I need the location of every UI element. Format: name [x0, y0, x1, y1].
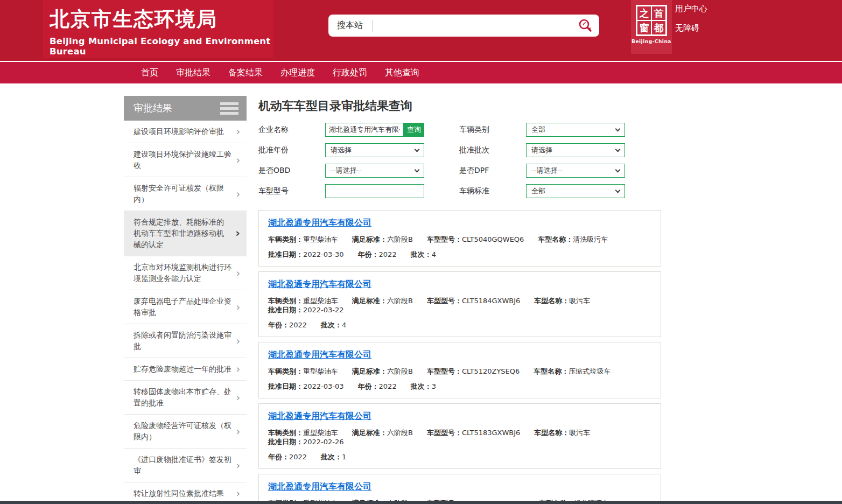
- field-value: 2022-03-03: [303, 382, 344, 390]
- result-detail-line: 车辆类别：重型柴油车满足标准：六阶段B车型型号：CLT5183GXWBJ6车型名…: [268, 428, 651, 446]
- model-number-label: 车型型号: [258, 186, 325, 196]
- result-field: 车型名称：吸污车: [534, 296, 590, 305]
- field-label: 批次：: [411, 382, 432, 390]
- field-value: 压缩式垃圾车: [569, 367, 611, 375]
- field-value: CLT5184GXWBJ6: [462, 297, 520, 305]
- nav-item-home[interactable]: 首页: [141, 67, 158, 79]
- sidebar-item-label: 废弃电器电子产品处理企业资格审批: [134, 296, 231, 318]
- result-field: 满足标准：六阶段B: [352, 367, 413, 376]
- result-field: 批准日期：2022-02-26: [268, 437, 344, 446]
- vehicle-standard-select[interactable]: 全部: [526, 184, 625, 198]
- accessibility-link[interactable]: 无障碍: [675, 23, 707, 33]
- result-field: 车型型号：CLT5120ZYSEQ6: [427, 367, 520, 376]
- field-label: 批准日期：: [268, 250, 303, 258]
- sidebar-item-label: 《进口废物批准证书》签发初审: [134, 454, 231, 477]
- chevron-down-icon: [415, 147, 420, 152]
- dpf-label: 是否DPF: [424, 166, 526, 176]
- chevron-down-icon: [615, 147, 621, 152]
- search-button[interactable]: [577, 17, 594, 34]
- field-label: 车型型号：: [427, 429, 462, 437]
- result-card: 湖北盈通专用汽车有限公司车辆类别：重型柴油车满足标准：六阶段B车型型号：CLT5…: [258, 403, 661, 469]
- model-number-input[interactable]: [325, 184, 424, 198]
- sidebar-item-pollution-facility-dismantle[interactable]: 拆除或者闲置防治污染设施审批›: [124, 324, 247, 358]
- query-form: 企业名称查询车辆类别全部批准年份请选择批准批次请选择是否OBD--请选择--是否…: [258, 123, 661, 198]
- footer-bar: [0, 501, 842, 504]
- field-label: 批次：: [411, 250, 432, 258]
- company-link[interactable]: 湖北盈通专用汽车有限公司: [268, 349, 371, 361]
- field-value: 2022-02-26: [303, 438, 344, 446]
- result-field: 车型名称：清洗吸污车: [538, 235, 608, 244]
- field-label: 满足标准：: [352, 367, 387, 375]
- sidebar-item-vehicle-recognition[interactable]: 符合规定排放、耗能标准的机动车车型和非道路移动机械的认定›: [124, 211, 247, 256]
- sidebar-item-weee-qualification[interactable]: 废弃电器电子产品处理企业资格审批›: [124, 290, 247, 324]
- field-label: 车型型号：: [427, 297, 462, 305]
- result-field: 车型名称：压缩式垃圾车: [534, 367, 611, 376]
- result-field: 批准日期：2022-03-22: [268, 305, 344, 314]
- nav-item-approval-results[interactable]: 审批结果: [176, 67, 210, 79]
- result-field: 年份：2022: [358, 382, 397, 391]
- result-field: 车辆类别：重型柴油车: [268, 235, 338, 244]
- dpf-select[interactable]: --请选择--: [526, 164, 625, 178]
- company-name-input[interactable]: [325, 123, 404, 137]
- field-label: 年份：: [358, 382, 379, 390]
- user-center-link[interactable]: 用户中心: [675, 4, 707, 14]
- chevron-right-icon: ›: [236, 268, 240, 279]
- capital-window-logo[interactable]: 之 首 窗 都 Beijing-China: [631, 0, 672, 54]
- result-field: 车型型号：CLT5040GQWEQ6: [427, 235, 524, 244]
- result-field: 批准日期：2022-03-30: [268, 250, 344, 259]
- search-icon: [578, 18, 593, 33]
- chevron-right-icon: ›: [236, 426, 240, 437]
- field-value: 重型柴油车: [303, 429, 338, 437]
- sidebar-item-label: 贮存危险废物超过一年的批准: [134, 363, 231, 375]
- sidebar-title: 审批结果: [134, 102, 172, 115]
- sidebar-item-hazardous-license[interactable]: 危险废物经营许可证核发（权限内）›: [124, 415, 247, 449]
- field-label: 车型型号：: [427, 235, 462, 243]
- search-scope-label: 搜本站: [337, 20, 363, 31]
- content-area: 审批结果 建设项目环境影响评价审批›建设项目环境保护设施竣工验收›辐射安全许可证…: [124, 96, 661, 504]
- company-link[interactable]: 湖北盈通专用汽车有限公司: [268, 481, 371, 493]
- chevron-right-icon: ›: [236, 155, 240, 166]
- field-label: 满足标准：: [352, 235, 387, 243]
- sidebar-item-monitoring-capability[interactable]: 北京市对环境监测机构进行环境监测业务能力认定›: [124, 256, 247, 290]
- company-link[interactable]: 湖北盈通专用汽车有限公司: [268, 279, 371, 290]
- result-detail-line: 车辆类别：重型柴油车满足标准：六阶段B车型型号：CLT5040GQWEQ6车型名…: [268, 235, 651, 244]
- chevron-right-icon: ›: [236, 335, 240, 347]
- menu-icon[interactable]: [220, 100, 238, 117]
- sidebar-item-completion-acceptance[interactable]: 建设项目环境保护设施竣工验收›: [124, 143, 247, 177]
- obd-select[interactable]: --请选择--: [325, 164, 424, 178]
- chevron-down-icon: [615, 188, 621, 193]
- nav-item-admin-penalty[interactable]: 行政处罚: [333, 67, 367, 79]
- result-field: 车型型号：CLT5183GXWBJ6: [427, 428, 520, 437]
- query-button[interactable]: 查询: [404, 123, 424, 137]
- vehicle-category-select[interactable]: 全部: [526, 123, 625, 137]
- site-subtitle: Beijing Municipal Ecology and Environmen…: [50, 36, 273, 57]
- company-link[interactable]: 湖北盈通专用汽车有限公司: [268, 411, 371, 422]
- field-value: 2022-03-30: [303, 250, 344, 258]
- result-detail-line: 车辆类别：重型柴油车满足标准：六阶段B车型型号：CLT5120ZYSEQ6车型名…: [268, 367, 651, 376]
- chevron-down-icon: [615, 127, 621, 132]
- field-value: 六阶段B: [387, 235, 413, 243]
- sidebar-item-import-waste-review[interactable]: 《进口废物批准证书》签发初审›: [124, 449, 247, 482]
- result-field: 年份：2022: [268, 320, 307, 330]
- field-value: 4: [342, 321, 346, 329]
- nav-item-record-results[interactable]: 备案结果: [228, 67, 263, 79]
- result-detail-line: 批准日期：2022-03-03年份：2022批次：3: [268, 382, 651, 391]
- sidebar-item-hazardous-storage[interactable]: 贮存危险废物超过一年的批准›: [124, 358, 247, 381]
- nav-item-other-query[interactable]: 其他查询: [385, 67, 419, 79]
- capital-logo-char: 之: [637, 6, 651, 20]
- approval-year-select[interactable]: 请选择: [325, 143, 424, 157]
- search-input[interactable]: [380, 18, 577, 34]
- company-link[interactable]: 湖北盈通专用汽车有限公司: [268, 218, 371, 229]
- sidebar-item-solid-waste-transfer[interactable]: 转移固体废物出本市贮存、处置的批准›: [124, 381, 247, 415]
- approval-batch-select[interactable]: 请选择: [526, 143, 625, 157]
- field-value: 吸污车: [569, 429, 590, 437]
- sidebar-item-radiation-license[interactable]: 辐射安全许可证核发（权限内）›: [124, 177, 247, 211]
- capital-logo-char: 都: [652, 21, 665, 34]
- field-label: 车型名称：: [538, 235, 573, 243]
- field-value: 清洗吸污车: [573, 235, 608, 243]
- sidebar-item-eia-approval[interactable]: 建设项目环境影响评价审批›: [124, 121, 247, 143]
- nav-item-progress[interactable]: 办理进度: [280, 67, 315, 79]
- field-label: 年份：: [358, 250, 379, 258]
- select-value: --请选择--: [531, 166, 563, 176]
- result-card: 湖北盈通专用汽车有限公司车辆类别：重型柴油车满足标准：六阶段B车型型号：CLT5…: [258, 342, 661, 398]
